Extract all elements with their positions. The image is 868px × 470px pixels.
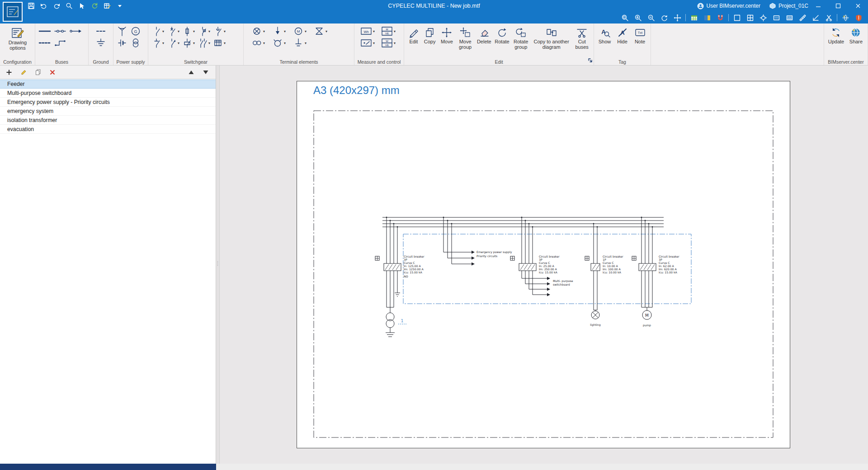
drawing-sheet[interactable]: A3 (420x297) mm bbox=[297, 81, 790, 448]
pan-icon[interactable] bbox=[672, 13, 682, 22]
socket-icon[interactable]: ▾ bbox=[271, 38, 287, 48]
worksheet-icon[interactable] bbox=[689, 13, 699, 22]
switch-relay-icon[interactable]: ▾ bbox=[165, 38, 181, 48]
wattmeter-icon[interactable]: WVE▾ bbox=[380, 38, 397, 48]
edit-button[interactable]: Edit bbox=[406, 25, 421, 45]
list-item-emergency-supply[interactable]: Emergency power supply - Priority circui… bbox=[0, 98, 216, 107]
motor-icon[interactable]: M▾ bbox=[292, 26, 308, 37]
redraw-icon[interactable] bbox=[659, 13, 669, 22]
duplicate-icon[interactable] bbox=[34, 69, 42, 76]
cut-buses-button[interactable]: Cut buses bbox=[572, 25, 592, 50]
bus-branch-icon[interactable] bbox=[52, 38, 68, 47]
list-item-emergency-system[interactable]: emergency system bbox=[0, 107, 216, 116]
drawing-canvas[interactable]: A3 (420x297) mm bbox=[220, 66, 868, 464]
delete-x-icon[interactable] bbox=[49, 69, 56, 76]
grid-icon[interactable] bbox=[745, 13, 755, 22]
update-button[interactable]: Update bbox=[826, 25, 846, 45]
ventilation-icon[interactable]: ▾ bbox=[312, 26, 329, 37]
switch-fuse-icon[interactable]: ▾ bbox=[196, 26, 212, 37]
frame-icon[interactable] bbox=[732, 13, 742, 22]
refresh-icon[interactable] bbox=[90, 1, 99, 10]
app-logo[interactable] bbox=[3, 2, 23, 22]
point-style-icon[interactable] bbox=[771, 13, 781, 22]
lighting-branch[interactable]: lighting bbox=[585, 224, 601, 327]
contactor-icon[interactable]: ▾ bbox=[212, 26, 227, 37]
close-button[interactable] bbox=[848, 0, 868, 12]
move-group-button[interactable]: Move group bbox=[455, 25, 475, 50]
list-item-isolation-transformer[interactable]: isolation transformer bbox=[0, 116, 216, 125]
minimize-button[interactable] bbox=[808, 0, 828, 12]
disconnector-icon[interactable]: ▾ bbox=[150, 38, 165, 48]
magnet-icon[interactable] bbox=[715, 13, 725, 22]
zoom-icon[interactable] bbox=[64, 1, 74, 10]
line-style-icon[interactable] bbox=[784, 13, 794, 22]
ruler-icon[interactable] bbox=[797, 13, 807, 22]
grid-supply-icon[interactable] bbox=[115, 25, 129, 37]
emergency-feeders[interactable]: Emergency power supply Priority circuits bbox=[443, 217, 512, 266]
edit-pencil-icon[interactable] bbox=[20, 69, 27, 76]
bimserver-user[interactable]: User BIMserver.center bbox=[697, 3, 760, 9]
fuse-icon[interactable]: ▾ bbox=[181, 26, 196, 37]
move-button[interactable]: Move bbox=[439, 25, 456, 45]
copy-to-another-diagram-button[interactable]: Copy to another diagram bbox=[531, 25, 572, 50]
battery-icon[interactable] bbox=[115, 37, 129, 49]
edit-grid-icon[interactable] bbox=[102, 1, 112, 10]
rotate-button[interactable]: Rotate bbox=[493, 25, 511, 45]
rotate-group-button[interactable]: Rotate group bbox=[511, 25, 531, 50]
generator-icon[interactable]: G bbox=[129, 25, 142, 37]
breaker-icon[interactable]: ▾ bbox=[165, 26, 181, 37]
zoom-previous-icon[interactable] bbox=[646, 13, 656, 22]
double-outlet-icon[interactable]: ▾ bbox=[250, 38, 266, 48]
list-item-multipurpose[interactable]: Multi-purpose switchboard bbox=[0, 89, 216, 98]
move-up-icon[interactable] bbox=[188, 69, 195, 76]
list-item-feeder[interactable]: Feeder bbox=[0, 80, 216, 89]
transformer-icon[interactable] bbox=[129, 37, 142, 49]
tag-show-button[interactable]: A Show bbox=[596, 25, 613, 45]
bus-nodes-icon[interactable] bbox=[52, 27, 68, 36]
maximize-button[interactable] bbox=[828, 0, 848, 12]
set-square-icon[interactable] bbox=[811, 13, 821, 22]
tag-hide-button[interactable]: A Hide bbox=[613, 25, 631, 45]
select-cursor-icon[interactable] bbox=[77, 1, 87, 10]
copy-button[interactable]: Copy bbox=[421, 25, 439, 45]
indicator-icon[interactable]: ▾ bbox=[359, 38, 376, 48]
layout-template-icon[interactable] bbox=[702, 13, 712, 22]
energy-meter-icon[interactable]: Wh▾ bbox=[359, 26, 376, 36]
share-button[interactable]: Share bbox=[846, 25, 866, 45]
feeder-branch[interactable]: 1 bbox=[375, 217, 407, 337]
bus-trunk[interactable] bbox=[382, 217, 664, 228]
redo-icon[interactable] bbox=[52, 1, 61, 10]
bus-solid-icon[interactable] bbox=[37, 27, 52, 36]
drawing-options-button[interactable]: Drawing options bbox=[2, 25, 33, 51]
switch-icon[interactable]: ▾ bbox=[150, 26, 165, 37]
panel-splitter[interactable]: ⁚⁚ bbox=[216, 66, 220, 464]
more-commands-icon[interactable] bbox=[115, 1, 125, 10]
lamp-icon[interactable]: ▾ bbox=[250, 26, 266, 37]
multiline-diagram[interactable]: 1 Circuit breaker 3P Curve C In: 125.00 … bbox=[297, 81, 791, 449]
earth-symbol-icon[interactable] bbox=[94, 38, 108, 48]
undo-icon[interactable] bbox=[39, 1, 49, 10]
double-pole-icon[interactable]: ▾ bbox=[196, 38, 212, 48]
pump-branch[interactable]: M pump bbox=[632, 217, 656, 327]
bus-dashed-icon[interactable] bbox=[37, 38, 52, 47]
tag-note-button[interactable]: Txt Note bbox=[631, 25, 649, 45]
protection-shield-icon[interactable] bbox=[854, 13, 863, 22]
list-item-evacuation[interactable]: evacuation bbox=[0, 125, 216, 134]
terminal-tap-icon[interactable]: ▾ bbox=[292, 38, 308, 48]
add-icon[interactable] bbox=[5, 69, 13, 76]
save-icon[interactable] bbox=[26, 1, 36, 10]
multimeter-icon[interactable]: MVE▾ bbox=[380, 26, 397, 36]
rcd-icon[interactable]: ▾ bbox=[181, 38, 196, 48]
project-selector[interactable]: Project_01C bbox=[769, 3, 808, 9]
zoom-window-icon[interactable] bbox=[620, 13, 630, 22]
earth-connection-icon[interactable]: ▾ bbox=[271, 26, 287, 37]
cut-icon[interactable] bbox=[824, 13, 834, 22]
ground-bus-icon[interactable] bbox=[94, 27, 108, 36]
move-down-icon[interactable] bbox=[202, 69, 209, 76]
switch-panel-icon[interactable]: ▾ bbox=[212, 38, 227, 48]
object-snap-icon[interactable] bbox=[758, 13, 768, 22]
delete-button[interactable]: Delete bbox=[475, 25, 493, 45]
zoom-extents-icon[interactable] bbox=[633, 13, 643, 22]
bus-arrow-icon[interactable] bbox=[68, 27, 83, 36]
bimserver-icon[interactable] bbox=[840, 13, 850, 22]
